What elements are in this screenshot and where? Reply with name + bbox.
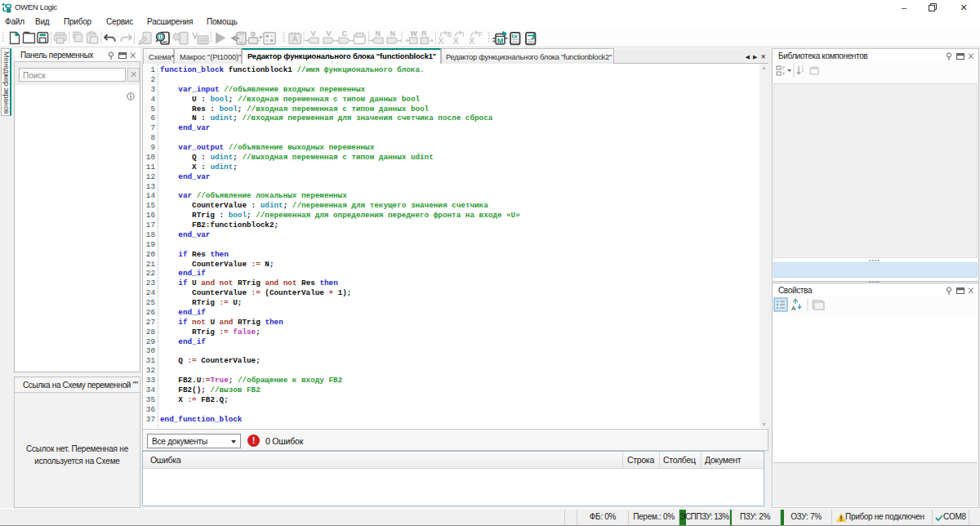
- svg-text:X: X: [453, 36, 460, 46]
- svg-text:A: A: [791, 305, 796, 312]
- svg-text:B: B: [448, 30, 452, 38]
- svg-text:I: I: [462, 30, 464, 38]
- svg-text:tx: tx: [512, 33, 519, 40]
- svg-text:F: F: [479, 30, 483, 38]
- svg-text:V: V: [311, 29, 316, 38]
- svg-text:N: N: [390, 29, 396, 38]
- svg-text:C: C: [342, 29, 348, 38]
- svg-text:R: R: [421, 29, 427, 38]
- svg-text:X: X: [469, 36, 475, 46]
- svg-text:N: N: [376, 29, 381, 38]
- svg-text:V: V: [327, 29, 332, 38]
- svg-text:X: X: [438, 36, 444, 46]
- svg-text:W: W: [411, 29, 418, 38]
- svg-text:M: M: [497, 37, 504, 45]
